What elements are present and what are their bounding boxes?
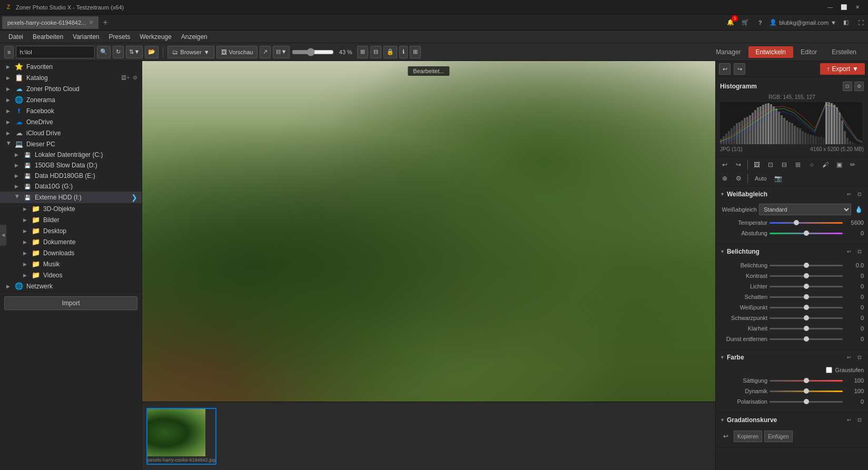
belichtung-slider-4[interactable]	[770, 307, 843, 308]
crop-button[interactable]: ⊡	[765, 159, 776, 171]
browse-button[interactable]: 📂	[145, 46, 159, 58]
wb-dropdown[interactable]: Standard	[759, 204, 851, 215]
straighten-button[interactable]: ⊟	[778, 159, 790, 171]
sidebar-item-katalog[interactable]: ▶ 📋 Katalog 🖼+ ⚙	[0, 72, 142, 83]
tab-editor[interactable]: Editor	[793, 46, 824, 58]
redo-top-button[interactable]: ↪	[734, 63, 745, 75]
filter-button[interactable]: ⊞	[792, 159, 804, 171]
filmstrip-item[interactable]: pexels-harry-cooke-6194842.jpg	[146, 408, 216, 465]
polarisation-slider[interactable]	[770, 401, 843, 403]
zoom-slider[interactable]	[292, 48, 334, 56]
auto-button[interactable]: Auto	[751, 173, 771, 184]
menu-presets[interactable]: Presets	[105, 32, 135, 42]
notification-icon[interactable]: 🔔 1	[725, 17, 736, 28]
catalog-settings-icon[interactable]: ⚙	[133, 75, 137, 81]
graustufen-checkbox[interactable]	[826, 367, 832, 373]
new-tab-button[interactable]: +	[100, 18, 111, 27]
belichtung-slider-1[interactable]	[770, 275, 843, 277]
image-viewer[interactable]: Bearbeitet...	[142, 61, 715, 402]
info-button[interactable]: ℹ	[399, 46, 408, 58]
gradation-reset-icon[interactable]: ↩	[845, 416, 853, 424]
circle-button[interactable]: ○	[806, 159, 817, 171]
minimize-button[interactable]: —	[824, 2, 836, 13]
menu-anzeigen[interactable]: Anzeigen	[177, 32, 212, 42]
belichtung-copy-icon[interactable]: ⊡	[855, 247, 864, 256]
einfugen-button[interactable]: Einfügen	[764, 431, 792, 442]
view-mode-button[interactable]: ⊟▼	[273, 46, 290, 58]
abstufung-slider[interactable]	[770, 233, 843, 234]
fullscreen-icon[interactable]: ⛶	[855, 17, 866, 28]
hist-btn-1[interactable]: ⊡	[843, 82, 852, 91]
tab-close-icon[interactable]: ✕	[89, 19, 93, 25]
compare-button[interactable]: ⊟	[370, 46, 381, 58]
undo-top-button[interactable]: ↩	[719, 63, 731, 75]
export-button[interactable]: ↑ Export ▼	[820, 63, 865, 75]
pen-button[interactable]: ✏	[847, 159, 859, 171]
sidebar-item-zoner-cloud[interactable]: ▶ ☁ Zoner Photo Cloud	[0, 83, 142, 94]
sidebar-item-bilder[interactable]: ▶ 📁 Bilder	[0, 214, 142, 225]
fit-button[interactable]: ⊞	[357, 46, 368, 58]
open-external-button[interactable]: ↗	[260, 46, 271, 58]
gradation-header[interactable]: ▼ Gradationskurve ↩ ⊡	[716, 413, 868, 427]
lock-button[interactable]: 🔒	[383, 46, 397, 58]
active-tab[interactable]: pexels-harry-cooke-6194842... ✕	[2, 16, 98, 29]
grid-button[interactable]: ⊞	[410, 46, 421, 58]
image-adjust-button[interactable]: 🖼	[751, 159, 763, 171]
search-button[interactable]: 🔍	[97, 46, 111, 58]
undo-button[interactable]: ↩	[719, 159, 731, 171]
belichtung-slider-0[interactable]	[770, 265, 843, 266]
settings-btn[interactable]: ⚙	[733, 173, 744, 184]
sidebar-item-drive-i[interactable]: ▶ 💾 Externe HDD (I:) ❯	[0, 192, 142, 203]
help-icon[interactable]: ?	[755, 17, 765, 28]
temperatur-slider[interactable]	[770, 222, 843, 224]
sidebar-item-3d-objekte[interactable]: ▶ 📁 3D-Objekte	[0, 203, 142, 214]
path-search-input[interactable]	[16, 46, 95, 58]
maximize-button[interactable]: ⬜	[837, 2, 850, 13]
weissabgleich-copy-icon[interactable]: ⊡	[855, 190, 864, 198]
catalog-add-icon[interactable]: 🖼+	[121, 75, 130, 81]
clone-button[interactable]: ⊕	[719, 173, 731, 184]
sidebar-item-drive-g[interactable]: ▶ 💾 Data10G (G:)	[0, 181, 142, 192]
brush-button[interactable]: 🖌	[820, 159, 831, 171]
farbe-reset-icon[interactable]: ↩	[845, 353, 853, 362]
belichtung-reset-icon[interactable]: ↩	[845, 247, 853, 256]
belichtung-slider-7[interactable]	[770, 338, 843, 340]
sidebar-item-favoriten[interactable]: ▶ ⭐ Favoriten	[0, 61, 142, 72]
farbe-copy-icon[interactable]: ⊡	[855, 353, 864, 362]
sidebar-item-videos[interactable]: ▶ 📁 Videos	[0, 269, 142, 281]
sidebar-item-icloud[interactable]: ▶ ☁ iCloud Drive	[0, 127, 142, 138]
undo-gradation-button[interactable]: ↩	[720, 431, 732, 442]
vorschau-button[interactable]: 🖼 Vorschau	[216, 46, 258, 58]
sidebar-item-dieser-pc[interactable]: ▶ 💻 Dieser PC	[0, 138, 142, 149]
hist-settings-icon[interactable]: ⚙	[854, 82, 864, 91]
sidebar-item-downloads[interactable]: ▶ 📁 Downloads	[0, 247, 142, 258]
sidebar-item-drive-c[interactable]: ▶ 💾 Lokaler Datenträger (C:)	[0, 149, 142, 160]
menu-datei[interactable]: Datei	[4, 32, 27, 42]
sidebar-item-musik[interactable]: ▶ 📁 Musik	[0, 258, 142, 269]
weissabgleich-reset-icon[interactable]: ↩	[845, 190, 853, 198]
sidebar-item-netzwerk[interactable]: ▶ 🌐 Netzwerk	[0, 281, 142, 292]
sidebar-item-facebook[interactable]: ▶ f Facebook	[0, 105, 142, 116]
browser-button[interactable]: 🗂 Browser ▼	[167, 46, 214, 58]
sidebar-item-zonerama[interactable]: ▶ 🌐 Zonerama	[0, 94, 142, 105]
sidebar-collapse-handle[interactable]: ◀	[0, 225, 6, 246]
belichtung-slider-6[interactable]	[770, 328, 843, 329]
farbe-header[interactable]: ▼ Farbe ↩ ⊡	[716, 350, 868, 365]
gradient-button[interactable]: ▣	[833, 159, 845, 171]
menu-werkzeuge[interactable]: Werkzeuge	[135, 32, 175, 42]
sort-button[interactable]: ⇅▼	[126, 46, 143, 58]
sidebar-item-onedrive[interactable]: ▶ ☁ OneDrive	[0, 116, 142, 127]
user-info[interactable]: 👤 blubkg@gmail.com ▼	[770, 19, 836, 26]
tab-erstellen[interactable]: Erstellen	[824, 46, 864, 58]
weissabgleich-header[interactable]: ▼ Weißabgleich ↩ ⊡	[716, 187, 868, 202]
window-expand-icon[interactable]: ◧	[841, 17, 851, 28]
menu-varianten[interactable]: Varianten	[68, 32, 103, 42]
close-button[interactable]: ✕	[851, 2, 864, 13]
sidebar-item-drive-e[interactable]: ▶ 💾 Data HDD180GB (E:)	[0, 171, 142, 181]
refresh-button[interactable]: ↻	[113, 46, 124, 58]
sidebar-item-dokumente[interactable]: ▶ 📁 Dokumente	[0, 236, 142, 247]
belichtung-header[interactable]: ▼ Belichtung ↩ ⊡	[716, 244, 868, 259]
dynamik-slider[interactable]	[770, 391, 843, 392]
tab-entwickeln[interactable]: Entwickeln	[748, 46, 793, 58]
sidebar-item-desktop[interactable]: ▶ 📁 Desktop	[0, 225, 142, 236]
